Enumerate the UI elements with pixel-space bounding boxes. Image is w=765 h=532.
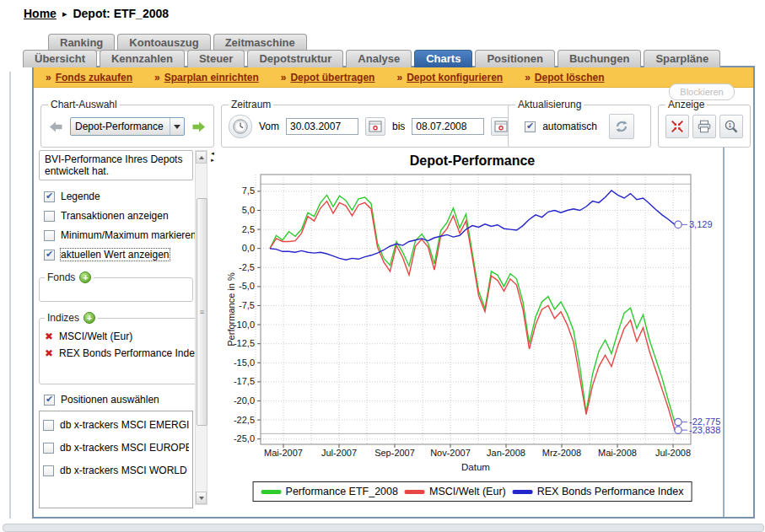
positionen-auswaehlen-row: Positionen auswählen <box>39 394 193 406</box>
positions-listbox[interactable]: db x-trackers MSCI EMERGING MARdb x-trac… <box>39 411 193 508</box>
position-checkbox[interactable] <box>43 465 54 476</box>
action-link-depot-l-schen[interactable]: »Depot löschen <box>525 72 604 83</box>
sidebar-scrollbar[interactable]: ≡ <box>195 150 207 505</box>
position-checkbox[interactable] <box>43 443 54 454</box>
action-link-label: Depot übertragen <box>290 72 374 83</box>
legend-swatch <box>513 490 533 494</box>
y-tick-label: 5,0 <box>242 205 255 215</box>
clock-button[interactable] <box>229 115 252 138</box>
page-title: Depot: ETF_2008 <box>73 7 169 20</box>
chart-select-legend: Chart-Auswahl <box>48 99 120 110</box>
indizes-legend: Indizes + <box>45 312 98 324</box>
tab-buchungen[interactable]: Buchungen <box>558 50 642 67</box>
refresh-button[interactable] <box>609 114 634 139</box>
action-link-depot-bertragen[interactable]: »Depot übertragen <box>281 72 375 83</box>
tab-charts[interactable]: Charts <box>414 50 472 67</box>
action-link-bar: »Fonds zukaufen»Sparplan einrichten»Depo… <box>34 67 753 88</box>
scrollbar-thumb[interactable]: ≡ <box>197 198 207 426</box>
current-value-label: -23,838 <box>689 425 720 435</box>
action-link-label: Sparplan einrichten <box>164 72 259 83</box>
tab-depotstruktur[interactable]: Depotstruktur <box>247 50 343 67</box>
bis-label: bis <box>392 121 405 132</box>
remove-index-icon[interactable]: ✖ <box>45 330 53 342</box>
checkbox-aktuellen-wert-anzeigen[interactable] <box>44 250 55 261</box>
chart-type-select[interactable]: Depot-Performance <box>70 117 185 136</box>
y-tick-label: -17,5 <box>234 376 255 386</box>
tab-ranking[interactable]: Ranking <box>48 34 115 51</box>
add-fonds-icon[interactable]: + <box>79 271 91 283</box>
tab-steuer[interactable]: Steuer <box>187 50 245 67</box>
y-tick-label: -2,5 <box>239 262 255 272</box>
label-minimum-maximum-markieren: Minimum/Maximum markieren <box>61 229 197 241</box>
legend-label: MSCI/Welt (Eur) <box>429 486 506 497</box>
chart-legend: Performance ETF_2008MSCI/Welt (Eur)REX B… <box>253 481 692 502</box>
date-range-group: Zeitraum Vom bis <box>221 99 519 148</box>
scroll-down-button[interactable] <box>196 492 207 504</box>
description-line: BVI-Performance Ihres Depots <box>45 153 187 165</box>
chart-description-box[interactable]: BVI-Performance Ihres Depots entwickelt … <box>39 150 193 180</box>
legend-label: REX Bonds Performance Index <box>537 486 684 497</box>
previous-chart-arrow-icon[interactable] <box>48 121 63 133</box>
print-icon <box>697 119 712 134</box>
tab-kennzahlen[interactable]: Kennzahlen <box>100 50 185 67</box>
date-from-input[interactable] <box>286 118 358 135</box>
fonds-legend: Fonds + <box>45 271 94 283</box>
fullscreen-button[interactable] <box>665 115 689 138</box>
description-line: entwickelt hat. <box>45 165 187 177</box>
automatic-refresh-label: automatisch <box>542 121 597 132</box>
chevron-down-icon <box>170 118 184 135</box>
option-row-transaktionen-anzeigen: Transaktionen anzeigen <box>44 210 193 222</box>
tab-zeitmaschine[interactable]: Zeitmaschine <box>213 34 307 51</box>
current-value-label: 3,129 <box>689 219 713 229</box>
indizes-legend-text: Indizes <box>47 312 79 324</box>
option-row-minimum-maximum-markieren: Minimum/Maximum markieren <box>44 229 193 241</box>
action-link-depot-konfigurieren[interactable]: »Depot konfigurieren <box>396 72 503 83</box>
tab-bersicht[interactable]: Übersicht <box>23 50 97 67</box>
page-bottom-scrollbar[interactable] <box>3 524 764 532</box>
breadcrumb-home-link[interactable]: Home <box>24 7 57 20</box>
checkbox-transaktionen-anzeigen[interactable] <box>44 211 55 222</box>
position-label: db x-trackers MSCI EUROPE SMALL <box>60 442 189 454</box>
add-index-icon[interactable]: + <box>84 312 95 324</box>
y-tick-label: -12,5 <box>234 338 255 348</box>
calendar-icon <box>494 121 508 132</box>
performance-line-chart[interactable]: 7,55,02,50,0-2,5-5,0-7,5-10,0-12,5-15,0-… <box>223 152 722 514</box>
x-axis-label: Datum <box>461 462 490 472</box>
remove-index-icon[interactable]: ✖ <box>45 347 53 359</box>
sidebar-splitter-handle[interactable]: ◄ ► <box>208 151 217 169</box>
arrow-up-icon <box>199 156 204 159</box>
automatic-refresh-checkbox[interactable] <box>525 121 536 132</box>
scroll-up-button[interactable] <box>196 151 207 164</box>
fonds-group: Fonds + <box>39 271 193 302</box>
tab-kontoauszug[interactable]: Kontoauszug <box>117 34 210 51</box>
tab-sparpl-ne[interactable]: Sparpläne <box>644 50 720 67</box>
action-link-fonds-zukaufen[interactable]: »Fonds zukaufen <box>46 72 132 83</box>
action-link-sparplan-einrichten[interactable]: »Sparplan einrichten <box>154 72 259 83</box>
fonds-legend-text: Fonds <box>47 271 75 283</box>
print-button[interactable] <box>692 115 716 138</box>
positionen-auswaehlen-checkbox[interactable] <box>44 395 55 406</box>
legend-item-performance-etf-2008: Performance ETF_2008 <box>261 486 398 497</box>
x-tick-label: Mrz-2008 <box>542 448 581 458</box>
label-transaktionen-anzeigen: Transaktionen anzeigen <box>61 210 169 222</box>
zoom-button[interactable]: 1 <box>719 115 743 138</box>
date-to-input[interactable] <box>412 118 484 135</box>
tab-analyse[interactable]: Analyse <box>346 50 412 67</box>
index-label: MSCI/Welt (Eur) <box>59 330 132 342</box>
clock-icon <box>232 118 249 135</box>
date-from-calendar-button[interactable] <box>365 117 385 136</box>
next-chart-arrow-icon[interactable] <box>191 121 207 133</box>
expand-right-icon: ► <box>210 158 215 163</box>
position-checkbox[interactable] <box>43 420 54 431</box>
label-legende: Legende <box>61 191 100 202</box>
checkbox-minimum-maximum-markieren[interactable] <box>44 230 55 241</box>
position-row: db x-trackers MSCI EUROPE SMALL <box>43 442 189 454</box>
checkbox-legende[interactable] <box>44 191 55 202</box>
tab-positionen[interactable]: Positionen <box>475 50 554 67</box>
blockieren-button[interactable]: Blockieren <box>669 83 735 100</box>
position-row: db x-trackers MSCI EMERGING MAR <box>43 419 189 431</box>
link-bullet-icon: » <box>154 72 160 83</box>
y-tick-label: -15,0 <box>234 357 255 368</box>
page-left-border <box>9 72 11 519</box>
position-row: db x-trackers MSCI WORLD TRN IN <box>43 465 189 476</box>
